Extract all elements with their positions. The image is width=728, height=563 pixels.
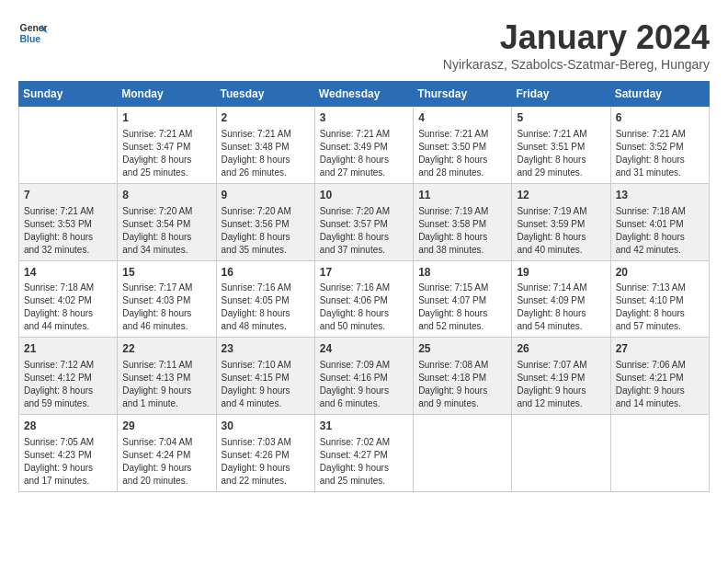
day-number: 14 (24, 265, 112, 281)
calendar-cell: 31Sunrise: 7:02 AM Sunset: 4:27 PM Dayli… (314, 415, 413, 492)
day-info: Sunrise: 7:16 AM Sunset: 4:06 PM Dayligh… (320, 282, 408, 333)
day-info: Sunrise: 7:21 AM Sunset: 3:48 PM Dayligh… (222, 128, 310, 179)
day-info: Sunrise: 7:03 AM Sunset: 4:26 PM Dayligh… (222, 436, 310, 488)
day-info: Sunrise: 7:15 AM Sunset: 4:07 PM Dayligh… (418, 282, 506, 333)
calendar-cell (512, 415, 610, 492)
calendar-cell: 28Sunrise: 7:05 AM Sunset: 4:23 PM Dayli… (19, 415, 118, 492)
day-info: Sunrise: 7:20 AM Sunset: 3:57 PM Dayligh… (320, 205, 408, 257)
month-title: January 2024 (443, 18, 710, 57)
day-number: 8 (122, 188, 210, 203)
day-number: 13 (616, 188, 704, 203)
day-info: Sunrise: 7:19 AM Sunset: 3:58 PM Dayligh… (418, 205, 506, 257)
day-info: Sunrise: 7:20 AM Sunset: 3:56 PM Dayligh… (222, 205, 310, 257)
header-row: SundayMondayTuesdayWednesdayThursdayFrid… (19, 82, 710, 107)
calendar-cell: 29Sunrise: 7:04 AM Sunset: 4:24 PM Dayli… (118, 415, 216, 492)
day-number: 7 (24, 188, 112, 203)
calendar-cell: 9Sunrise: 7:20 AM Sunset: 3:56 PM Daylig… (216, 183, 314, 260)
title-area: January 2024 Nyirkarasz, Szabolcs-Szatma… (443, 18, 710, 72)
calendar-cell: 19Sunrise: 7:14 AM Sunset: 4:09 PM Dayli… (512, 260, 610, 338)
calendar-cell: 6Sunrise: 7:21 AM Sunset: 3:52 PM Daylig… (610, 107, 709, 184)
day-number: 11 (418, 188, 506, 203)
day-info: Sunrise: 7:21 AM Sunset: 3:51 PM Dayligh… (517, 128, 605, 179)
calendar-cell: 1Sunrise: 7:21 AM Sunset: 3:47 PM Daylig… (118, 107, 216, 184)
calendar-table: SundayMondayTuesdayWednesdayThursdayFrid… (18, 81, 710, 492)
day-number: 2 (222, 110, 310, 126)
calendar-cell: 20Sunrise: 7:13 AM Sunset: 4:10 PM Dayli… (610, 260, 709, 338)
calendar-cell: 2Sunrise: 7:21 AM Sunset: 3:48 PM Daylig… (216, 107, 314, 184)
calendar-cell: 18Sunrise: 7:15 AM Sunset: 4:07 PM Dayli… (414, 260, 512, 338)
day-number: 27 (616, 341, 704, 357)
calendar-cell: 30Sunrise: 7:03 AM Sunset: 4:26 PM Dayli… (216, 415, 314, 492)
day-number: 4 (418, 110, 506, 126)
calendar-cell: 14Sunrise: 7:18 AM Sunset: 4:02 PM Dayli… (19, 260, 118, 338)
day-number: 19 (517, 265, 605, 281)
calendar-body: 1Sunrise: 7:21 AM Sunset: 3:47 PM Daylig… (19, 107, 710, 492)
day-number: 18 (418, 265, 506, 281)
day-info: Sunrise: 7:21 AM Sunset: 3:52 PM Dayligh… (616, 128, 704, 179)
day-number: 30 (222, 419, 310, 434)
calendar-cell: 17Sunrise: 7:16 AM Sunset: 4:06 PM Dayli… (314, 260, 413, 338)
day-number: 29 (122, 419, 210, 434)
column-header-thursday: Thursday (414, 82, 512, 107)
day-info: Sunrise: 7:18 AM Sunset: 4:01 PM Dayligh… (616, 205, 704, 257)
calendar-cell: 16Sunrise: 7:16 AM Sunset: 4:05 PM Dayli… (216, 260, 314, 338)
day-info: Sunrise: 7:21 AM Sunset: 3:49 PM Dayligh… (320, 128, 408, 179)
day-number: 15 (122, 265, 210, 281)
calendar-cell: 7Sunrise: 7:21 AM Sunset: 3:53 PM Daylig… (19, 183, 118, 260)
column-header-friday: Friday (512, 82, 610, 107)
calendar-cell: 4Sunrise: 7:21 AM Sunset: 3:50 PM Daylig… (414, 107, 512, 184)
calendar-cell: 15Sunrise: 7:17 AM Sunset: 4:03 PM Dayli… (118, 260, 216, 338)
calendar-cell (19, 107, 118, 184)
day-number: 12 (517, 188, 605, 203)
day-info: Sunrise: 7:02 AM Sunset: 4:27 PM Dayligh… (320, 436, 408, 488)
column-header-monday: Monday (118, 82, 216, 107)
calendar-cell: 10Sunrise: 7:20 AM Sunset: 3:57 PM Dayli… (314, 183, 413, 260)
day-number: 10 (320, 188, 408, 203)
day-number: 17 (320, 265, 408, 281)
calendar-cell: 12Sunrise: 7:19 AM Sunset: 3:59 PM Dayli… (512, 183, 610, 260)
day-number: 16 (222, 265, 310, 281)
day-number: 24 (320, 341, 408, 357)
day-number: 22 (122, 341, 210, 357)
day-info: Sunrise: 7:06 AM Sunset: 4:21 PM Dayligh… (616, 359, 704, 410)
day-info: Sunrise: 7:05 AM Sunset: 4:23 PM Dayligh… (24, 436, 112, 488)
calendar-cell: 26Sunrise: 7:07 AM Sunset: 4:19 PM Dayli… (512, 338, 610, 415)
column-header-saturday: Saturday (610, 82, 709, 107)
day-info: Sunrise: 7:21 AM Sunset: 3:47 PM Dayligh… (122, 128, 210, 179)
day-info: Sunrise: 7:18 AM Sunset: 4:02 PM Dayligh… (24, 282, 112, 333)
svg-text:Blue: Blue (20, 34, 41, 44)
day-info: Sunrise: 7:10 AM Sunset: 4:15 PM Dayligh… (222, 359, 310, 410)
day-number: 25 (418, 341, 506, 357)
day-info: Sunrise: 7:09 AM Sunset: 4:16 PM Dayligh… (320, 359, 408, 410)
calendar-cell: 13Sunrise: 7:18 AM Sunset: 4:01 PM Dayli… (610, 183, 709, 260)
day-number: 31 (320, 419, 408, 434)
day-number: 28 (24, 419, 112, 434)
day-number: 9 (222, 188, 310, 203)
calendar-cell: 8Sunrise: 7:20 AM Sunset: 3:54 PM Daylig… (118, 183, 216, 260)
calendar-header: SundayMondayTuesdayWednesdayThursdayFrid… (19, 82, 710, 107)
week-row-2: 7Sunrise: 7:21 AM Sunset: 3:53 PM Daylig… (19, 183, 710, 260)
calendar-cell: 5Sunrise: 7:21 AM Sunset: 3:51 PM Daylig… (512, 107, 610, 184)
header: General Blue January 2024 Nyirkarasz, Sz… (18, 18, 710, 72)
day-number: 3 (320, 110, 408, 126)
day-info: Sunrise: 7:17 AM Sunset: 4:03 PM Dayligh… (122, 282, 210, 333)
calendar-cell: 22Sunrise: 7:11 AM Sunset: 4:13 PM Dayli… (118, 338, 216, 415)
location-title: Nyirkarasz, Szabolcs-Szatmar-Bereg, Hung… (443, 57, 710, 72)
day-info: Sunrise: 7:04 AM Sunset: 4:24 PM Dayligh… (122, 436, 210, 488)
day-info: Sunrise: 7:08 AM Sunset: 4:18 PM Dayligh… (418, 359, 506, 410)
logo-icon: General Blue (18, 18, 48, 48)
day-number: 21 (24, 341, 112, 357)
week-row-4: 21Sunrise: 7:12 AM Sunset: 4:12 PM Dayli… (19, 338, 710, 415)
week-row-3: 14Sunrise: 7:18 AM Sunset: 4:02 PM Dayli… (19, 260, 710, 338)
day-number: 20 (616, 265, 704, 281)
day-info: Sunrise: 7:13 AM Sunset: 4:10 PM Dayligh… (616, 282, 704, 333)
day-info: Sunrise: 7:20 AM Sunset: 3:54 PM Dayligh… (122, 205, 210, 257)
day-info: Sunrise: 7:07 AM Sunset: 4:19 PM Dayligh… (517, 359, 605, 410)
day-info: Sunrise: 7:11 AM Sunset: 4:13 PM Dayligh… (122, 359, 210, 410)
day-number: 6 (616, 110, 704, 126)
calendar-cell: 27Sunrise: 7:06 AM Sunset: 4:21 PM Dayli… (610, 338, 709, 415)
column-header-tuesday: Tuesday (216, 82, 314, 107)
day-info: Sunrise: 7:21 AM Sunset: 3:53 PM Dayligh… (24, 205, 112, 257)
day-number: 5 (517, 110, 605, 126)
day-info: Sunrise: 7:12 AM Sunset: 4:12 PM Dayligh… (24, 359, 112, 410)
